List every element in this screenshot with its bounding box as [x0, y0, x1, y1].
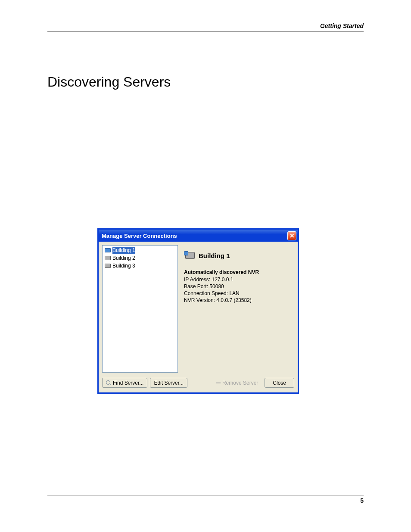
find-server-button[interactable]: Find Server... — [102, 378, 147, 388]
detail-title: Building 1 — [199, 252, 230, 259]
footer-rule — [47, 495, 364, 495]
server-icon — [104, 248, 111, 253]
list-item-label: Building 3 — [112, 262, 135, 269]
detail-speed: Connection Speed: LAN — [184, 290, 291, 297]
chapter-title: Discovering Servers — [47, 74, 171, 90]
list-item[interactable]: Building 1 — [103, 246, 177, 254]
page-header-section: Getting Started — [320, 22, 364, 29]
remove-server-button: Remove Server — [212, 378, 262, 388]
server-icon — [184, 251, 196, 260]
detail-ip: IP Address: 127.0.0.1 — [184, 276, 291, 283]
dialog-title: Manage Server Connections — [102, 233, 177, 239]
button-label: Remove Server — [222, 380, 258, 386]
server-list[interactable]: Building 1 Building 2 Building 3 — [102, 245, 178, 373]
detail-port: Base Port: 50080 — [184, 283, 291, 290]
page-number: 5 — [360, 497, 364, 504]
list-item-label: Building 2 — [112, 255, 135, 261]
list-item-label: Building 1 — [112, 247, 135, 254]
document-page: Getting Started Discovering Servers Mana… — [47, 17, 364, 504]
detail-header: Building 1 — [184, 251, 291, 260]
button-label: Edit Server... — [154, 380, 184, 386]
server-icon — [104, 255, 111, 261]
server-icon — [104, 263, 111, 268]
header-rule — [47, 31, 364, 31]
minus-icon — [216, 383, 221, 383]
button-label: Find Server... — [113, 380, 143, 386]
button-label: Close — [273, 380, 286, 386]
dialog-button-row: Find Server... Edit Server... Remove Ser… — [99, 376, 298, 391]
edit-server-button[interactable]: Edit Server... — [150, 378, 187, 388]
manage-server-connections-dialog: Manage Server Connections ✕ Building 1 B… — [97, 228, 299, 394]
list-item[interactable]: Building 2 — [103, 254, 177, 262]
dialog-body: Building 1 Building 2 Building 3 Buildin… — [99, 242, 298, 376]
detail-subtitle: Automatically discovered NVR — [184, 269, 291, 275]
search-icon — [106, 380, 111, 386]
list-item[interactable]: Building 3 — [103, 262, 177, 270]
detail-version: NVR Version: 4.0.0.7 (23582) — [184, 297, 291, 304]
close-button[interactable]: Close — [265, 378, 294, 388]
close-icon[interactable]: ✕ — [287, 231, 296, 240]
dialog-titlebar[interactable]: Manage Server Connections ✕ — [99, 230, 298, 242]
server-detail-pane: Building 1 Automatically discovered NVR … — [181, 245, 294, 373]
